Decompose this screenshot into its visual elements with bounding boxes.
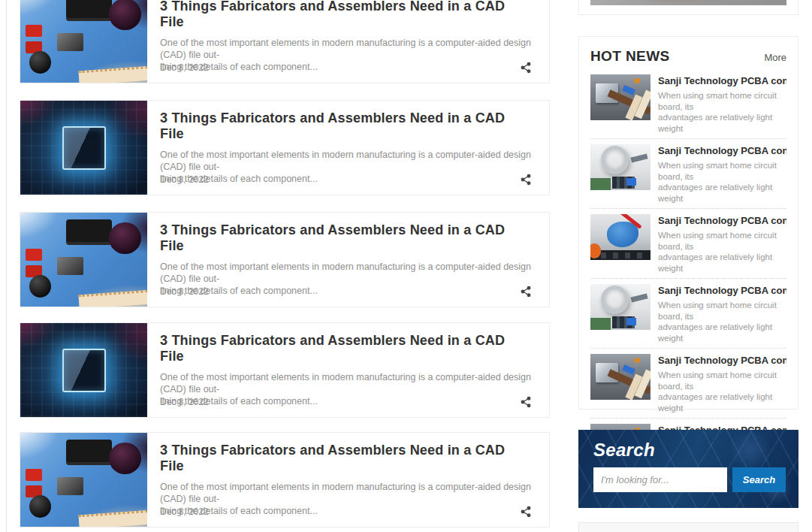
share-icon[interactable] <box>519 395 533 409</box>
hot-news-heading: HOT NEWS <box>590 48 670 65</box>
article-title[interactable]: 3 Things Fabricators and Assemblers Need… <box>160 443 531 474</box>
search-panel: Search Search <box>578 430 798 508</box>
hot-news-item[interactable]: Sanji Technology PCBA control... When us… <box>590 349 786 419</box>
hot-news-item[interactable]: Sanji Technology PCBA control... When us… <box>590 69 786 139</box>
article-card[interactable]: 3 Things Fabricators and Assemblers Need… <box>20 432 550 527</box>
sidebar-panel-partial-bottom <box>578 522 798 532</box>
article-date: Dec 8, 2022 <box>160 62 209 73</box>
hot-news-thumbnail-magnifier <box>590 284 651 330</box>
hot-news-item-title[interactable]: Sanji Technology PCBA control... <box>658 145 786 156</box>
article-thumbnail-pcb <box>20 0 147 83</box>
hot-news-thumbnail-motherboard <box>590 74 651 120</box>
article-title[interactable]: 3 Things Fabricators and Assemblers Need… <box>160 110 531 142</box>
article-thumbnail-chip <box>20 323 147 417</box>
article-card[interactable]: 3 Things Fabricators and Assemblers Need… <box>20 100 550 195</box>
sidebar-panel-partial <box>578 0 798 15</box>
hot-news-thumbnail-glove-probe <box>590 214 651 260</box>
hot-news-thumbnail-magnifier <box>590 144 651 190</box>
article-date: Dec 8, 2022 <box>160 286 209 297</box>
share-icon[interactable] <box>519 173 533 186</box>
hot-news-more-link[interactable]: More <box>764 52 786 63</box>
hot-news-item-desc: When using smart home circuit board, its… <box>658 300 786 343</box>
hot-news-item-desc: When using smart home circuit board, its… <box>658 370 786 413</box>
article-title[interactable]: 3 Things Fabricators and Assemblers Need… <box>160 222 531 254</box>
hot-news-thumbnail-motherboard <box>590 354 651 400</box>
article-date: Dec 8, 2022 <box>160 397 209 407</box>
hot-news-item[interactable]: Sanji Technology PCBA control... When us… <box>590 139 786 209</box>
hot-news-item-title[interactable]: Sanji Technology PCBA control... <box>658 285 786 296</box>
article-thumbnail-chip <box>20 101 147 195</box>
sidebar-partial-image <box>590 0 786 5</box>
search-button[interactable]: Search <box>732 467 786 492</box>
hot-news-item-title[interactable]: Sanji Technology PCBA control... <box>658 215 786 226</box>
hot-news-item-desc: When using smart home circuit board, its… <box>658 90 786 134</box>
article-thumbnail-pcb <box>20 213 147 307</box>
hot-news-item[interactable]: Sanji Technology PCBA control... When us… <box>590 209 786 279</box>
search-heading: Search <box>593 440 786 461</box>
article-card[interactable]: 3 Things Fabricators and Assemblers Need… <box>20 0 550 83</box>
hot-news-item-desc: When using smart home circuit board, its… <box>658 230 786 274</box>
article-thumbnail-pcb <box>20 433 147 527</box>
blog-listing-page: 3 Things Fabricators and Assemblers Need… <box>0 0 812 532</box>
article-date: Dec 8, 2022 <box>160 174 209 185</box>
hot-news-item-desc: When using smart home circuit board, its… <box>658 160 786 204</box>
hot-news-item[interactable]: Sanji Technology PCBA control... When us… <box>590 279 786 349</box>
search-input[interactable] <box>593 467 727 492</box>
article-date: Dec 8, 2022 <box>160 506 209 517</box>
share-icon[interactable] <box>519 285 533 298</box>
hot-news-item-title[interactable]: Sanji Technology PCBA control... <box>658 355 786 366</box>
share-icon[interactable] <box>519 61 533 74</box>
article-title[interactable]: 3 Things Fabricators and Assemblers Need… <box>160 333 531 364</box>
article-card[interactable]: 3 Things Fabricators and Assemblers Need… <box>20 322 550 418</box>
share-icon[interactable] <box>519 505 533 518</box>
hot-news-panel: HOT NEWS More Sanji Technology PCBA cont… <box>578 36 798 410</box>
article-card[interactable]: 3 Things Fabricators and Assemblers Need… <box>20 212 550 307</box>
hot-news-item-title[interactable]: Sanji Technology PCBA control... <box>658 75 786 86</box>
article-title[interactable]: 3 Things Fabricators and Assemblers Need… <box>160 0 531 30</box>
left-divider <box>6 0 7 532</box>
